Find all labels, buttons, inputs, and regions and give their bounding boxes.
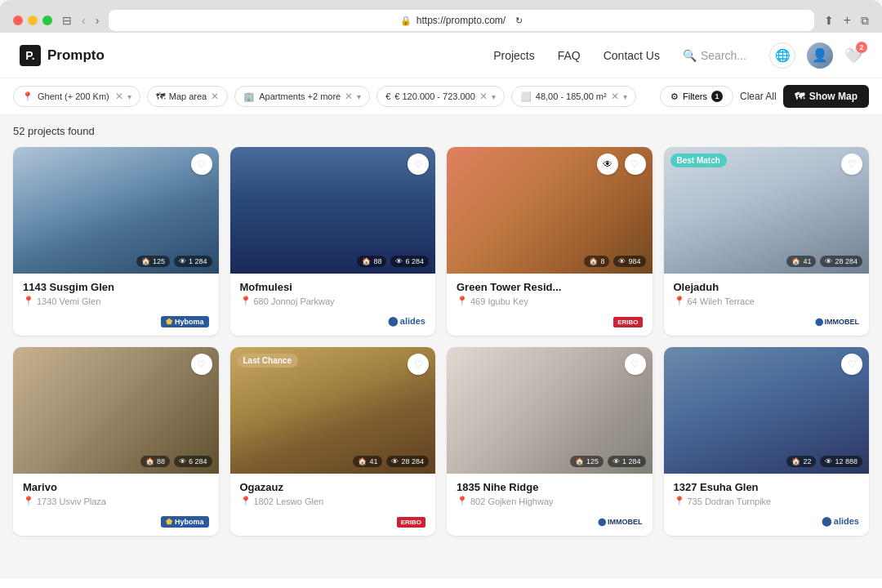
card-body: Marivo 📍1733 Usviv Plaza — [13, 474, 219, 510]
card[interactable]: ♡ 🏠125 👁1 284 1835 Nihe Ridge 📍802 Gojke… — [447, 347, 653, 536]
clear-all-button[interactable]: Clear All — [740, 91, 777, 102]
card-footer: ⬤IMMOBEL — [447, 510, 653, 536]
nav-faq[interactable]: FAQ — [558, 49, 581, 62]
price-arrow-icon: ▾ — [492, 92, 496, 101]
card-brand-logo: ERIBO — [397, 513, 425, 528]
browser-chrome: ⊟ ‹ › 🔒 https://prompto.com/ ↻ ⬆ + ⧉ — [0, 0, 882, 33]
close-traffic-light[interactable] — [13, 16, 23, 25]
minimize-traffic-light[interactable] — [28, 16, 38, 25]
logo[interactable]: P. Prompto — [20, 45, 105, 66]
card-footer: ERIBO — [447, 310, 653, 336]
location-arrow-icon: ▾ — [127, 92, 131, 101]
units-stat: 🏠125 — [136, 256, 170, 267]
card[interactable]: ♡ 🏠88 👁6 284 Mofmulesi 📍680 Jonnoj Parkw… — [230, 147, 436, 336]
card-heart-button[interactable]: ♡ — [408, 154, 429, 175]
card-heart-button[interactable]: ♡ — [191, 154, 212, 175]
card-image: ♡ 🏠125 👁1 284 — [13, 147, 219, 274]
card-body: Ogazauz 📍1802 Leswo Glen — [230, 474, 436, 510]
filters-button[interactable]: ⚙ Filters 1 — [660, 86, 733, 107]
nav-contact[interactable]: Contact Us — [604, 49, 660, 62]
card-address: 📍469 Igubu Key — [457, 296, 643, 306]
tabs-icon[interactable]: ⧉ — [861, 14, 869, 28]
map-icon: 🗺 — [156, 91, 165, 101]
card-title: 1327 Esuha Glen — [674, 481, 860, 493]
map-area-filter[interactable]: 🗺 Map area ✕ — [147, 86, 228, 107]
lock-icon: 🔒 — [400, 16, 412, 26]
refresh-icon[interactable]: ↻ — [515, 16, 523, 26]
size-clear-icon[interactable]: ✕ — [611, 91, 619, 102]
units-stat: 🏠41 — [353, 456, 382, 467]
card[interactable]: Best Match ♡ 🏠41 👁28 284 Olejaduh 📍64 Wi… — [664, 147, 870, 336]
card-stats: 🏠22 👁12 888 — [786, 456, 862, 467]
euro-icon: € — [385, 91, 390, 101]
header: P. Prompto Projects FAQ Contact Us 🔍 Sea… — [0, 33, 882, 78]
card-brand-logo: ⬤ alides — [822, 513, 859, 528]
forward-button[interactable]: › — [96, 14, 100, 27]
size-filter[interactable]: ⬜ 48,00 - 185,00 m² ✕ ▾ — [511, 86, 636, 107]
card-heart-button[interactable]: ♡ — [408, 354, 429, 375]
show-map-button[interactable]: 🗺 Show Map — [783, 85, 869, 108]
card-title: Ogazauz — [240, 481, 426, 493]
filter-icon: ⚙ — [670, 91, 679, 102]
nav-projects[interactable]: Projects — [493, 49, 535, 62]
card[interactable]: ♡ 🏠88 👁6 284 Marivo 📍1733 Usviv Plaza ⬟H… — [13, 347, 219, 536]
favorites-button[interactable]: 🤍 2 — [844, 47, 862, 65]
card[interactable]: ♡ 🏠22 👁12 888 1327 Esuha Glen 📍735 Dodra… — [664, 347, 870, 536]
card-brand-logo: ERIBO — [613, 313, 642, 327]
card-image: Best Match ♡ 🏠41 👁28 284 — [664, 147, 870, 274]
card-body: 1143 Susgim Glen 📍1340 Vemi Glen — [13, 274, 219, 310]
card-brand-logo: ⬤IMMOBEL — [598, 513, 643, 528]
card-heart-button[interactable]: ♡ — [841, 354, 862, 375]
card-image: Last Chance ♡ 🏠41 👁28 284 — [230, 347, 436, 474]
filters-label: Filters — [683, 91, 707, 101]
sidebar-toggle-icon[interactable]: ⊟ — [62, 14, 72, 27]
card-heart-button[interactable]: ♡ — [625, 354, 646, 375]
type-clear-icon[interactable]: ✕ — [345, 91, 353, 102]
building-icon: 🏢 — [243, 91, 255, 102]
price-clear-icon[interactable]: ✕ — [479, 91, 488, 102]
search-icon: 🔍 — [683, 49, 697, 62]
map-area-clear-icon[interactable]: ✕ — [211, 91, 219, 102]
nav-search[interactable]: 🔍 Search... — [683, 49, 746, 62]
units-stat: 🏠88 — [357, 256, 386, 267]
back-button[interactable]: ‹ — [82, 14, 86, 27]
avatar[interactable]: 👤 — [807, 42, 833, 69]
globe-button[interactable]: 🌐 — [769, 42, 795, 69]
card-image: ♡ 🏠22 👁12 888 — [664, 347, 870, 474]
card-stats: 🏠41 👁28 284 — [786, 256, 862, 267]
card[interactable]: 👁 ♡ 🏠8 👁984 Green Tower Resid... 📍469 Ig… — [447, 147, 653, 336]
card-image: ♡ 🏠88 👁6 284 — [230, 147, 436, 274]
card-footer: ERIBO — [230, 510, 436, 536]
card-heart-button[interactable]: ♡ — [191, 354, 212, 375]
card-image: 👁 ♡ 🏠8 👁984 — [447, 147, 653, 274]
logo-text: Prompto — [47, 47, 105, 64]
card-body: Mofmulesi 📍680 Jonnoj Parkway — [230, 274, 436, 310]
address-bar[interactable]: 🔒 https://prompto.com/ ↻ — [109, 10, 813, 31]
location-clear-icon[interactable]: ✕ — [115, 91, 123, 102]
card-badge: Last Chance — [237, 354, 298, 368]
type-filter[interactable]: 🏢 Apartments +2 more ✕ ▾ — [234, 86, 370, 107]
card-title: Marivo — [23, 481, 209, 493]
card-heart-button[interactable]: ♡ — [625, 154, 646, 175]
new-tab-icon[interactable]: + — [844, 13, 851, 28]
filters-count-badge: 1 — [711, 91, 723, 102]
card-eye-button[interactable]: 👁 — [597, 154, 618, 175]
card-title: 1835 Nihe Ridge — [457, 481, 643, 493]
card-footer: ⬟Hyboma — [13, 310, 219, 336]
card[interactable]: Last Chance ♡ 🏠41 👁28 284 Ogazauz 📍1802 … — [230, 347, 436, 536]
price-filter[interactable]: € € 120.000 - 723.000 ✕ ▾ — [376, 86, 505, 107]
card-address: 📍64 Wileh Terrace — [674, 296, 860, 306]
card-stats: 🏠88 👁6 284 — [140, 456, 212, 467]
app: P. Prompto Projects FAQ Contact Us 🔍 Sea… — [0, 33, 882, 588]
logo-icon: P. — [20, 45, 41, 66]
location-filter[interactable]: 📍 Ghent (+ 200 Km) ✕ ▾ — [13, 86, 140, 107]
share-icon[interactable]: ⬆ — [824, 14, 834, 27]
map-area-label: Map area — [169, 91, 207, 101]
card-brand-logo: ⬤ alides — [388, 313, 425, 327]
views-stat: 👁6 284 — [390, 256, 429, 267]
card[interactable]: ♡ 🏠125 👁1 284 1143 Susgim Glen 📍1340 Vem… — [13, 147, 219, 336]
maximize-traffic-light[interactable] — [42, 16, 52, 25]
card-brand-logo: ⬤IMMOBEL — [815, 313, 860, 327]
card-stats: 🏠8 👁984 — [584, 256, 645, 267]
card-heart-button[interactable]: ♡ — [841, 154, 862, 175]
